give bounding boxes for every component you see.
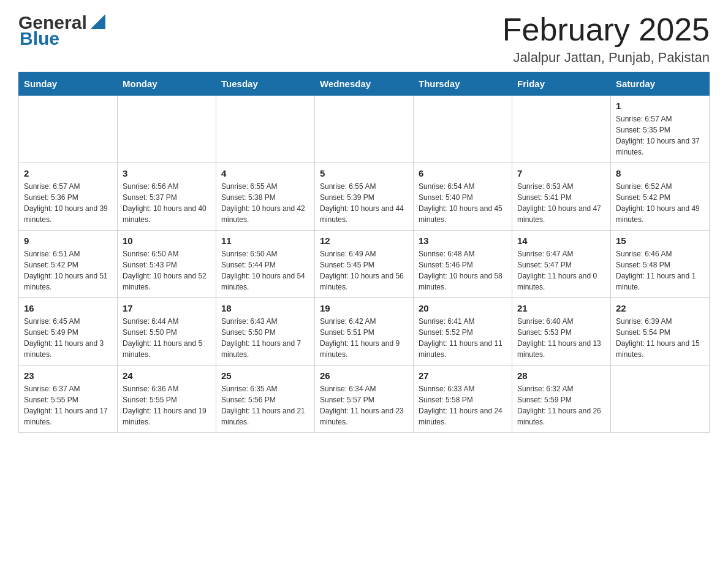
calendar-cell: 3Sunrise: 6:56 AMSunset: 5:37 PMDaylight… (118, 163, 216, 231)
day-number: 21 (517, 303, 605, 313)
day-number: 26 (320, 370, 408, 381)
day-of-week-header: Thursday (414, 72, 512, 96)
day-info: Sunrise: 6:44 AMSunset: 5:50 PMDaylight:… (123, 316, 211, 360)
calendar-cell: 7Sunrise: 6:53 AMSunset: 5:41 PMDaylight… (512, 163, 611, 231)
calendar-cell: 13Sunrise: 6:48 AMSunset: 5:46 PMDayligh… (414, 231, 512, 298)
logo-arrow-icon (88, 12, 108, 31)
logo: General Blue (18, 12, 108, 49)
day-info: Sunrise: 6:43 AMSunset: 5:50 PMDaylight:… (221, 316, 309, 360)
day-number: 4 (221, 168, 309, 178)
calendar-cell: 22Sunrise: 6:39 AMSunset: 5:54 PMDayligh… (611, 298, 710, 366)
calendar-cell: 23Sunrise: 6:37 AMSunset: 5:55 PMDayligh… (19, 366, 118, 433)
day-info: Sunrise: 6:55 AMSunset: 5:38 PMDaylight:… (221, 181, 309, 225)
calendar-cell: 12Sunrise: 6:49 AMSunset: 5:45 PMDayligh… (315, 231, 414, 298)
calendar-cell: 6Sunrise: 6:54 AMSunset: 5:40 PMDaylight… (414, 163, 512, 231)
day-number: 23 (24, 370, 112, 381)
day-number: 19 (320, 303, 408, 313)
day-number: 2 (24, 168, 112, 178)
day-number: 27 (419, 370, 507, 381)
calendar-cell: 15Sunrise: 6:46 AMSunset: 5:48 PMDayligh… (611, 231, 710, 298)
calendar-cell: 20Sunrise: 6:41 AMSunset: 5:52 PMDayligh… (414, 298, 512, 366)
day-info: Sunrise: 6:34 AMSunset: 5:57 PMDaylight:… (320, 383, 408, 427)
calendar-cell: 19Sunrise: 6:42 AMSunset: 5:51 PMDayligh… (315, 298, 414, 366)
calendar-cell: 10Sunrise: 6:50 AMSunset: 5:43 PMDayligh… (118, 231, 216, 298)
calendar-cell: 24Sunrise: 6:36 AMSunset: 5:55 PMDayligh… (118, 366, 216, 433)
day-info: Sunrise: 6:41 AMSunset: 5:52 PMDaylight:… (419, 316, 507, 360)
logo-blue-text: Blue (20, 28, 59, 49)
calendar-cell: 4Sunrise: 6:55 AMSunset: 5:38 PMDaylight… (216, 163, 315, 231)
day-number: 12 (320, 236, 408, 246)
day-number: 1 (616, 101, 704, 111)
day-info: Sunrise: 6:50 AMSunset: 5:44 PMDaylight:… (221, 248, 309, 293)
day-info: Sunrise: 6:37 AMSunset: 5:55 PMDaylight:… (24, 383, 112, 427)
calendar-table: SundayMondayTuesdayWednesdayThursdayFrid… (18, 72, 710, 433)
day-of-week-header: Tuesday (216, 72, 315, 96)
calendar-cell: 28Sunrise: 6:32 AMSunset: 5:59 PMDayligh… (512, 366, 611, 433)
day-of-week-header: Friday (512, 72, 611, 96)
day-info: Sunrise: 6:53 AMSunset: 5:41 PMDaylight:… (517, 181, 605, 225)
calendar-week-row: 9Sunrise: 6:51 AMSunset: 5:42 PMDaylight… (19, 231, 710, 298)
calendar-cell: 21Sunrise: 6:40 AMSunset: 5:53 PMDayligh… (512, 298, 611, 366)
day-info: Sunrise: 6:52 AMSunset: 5:42 PMDaylight:… (616, 181, 704, 225)
calendar-subtitle: Jalalpur Jattan, Punjab, Pakistan (502, 50, 710, 66)
day-number: 24 (123, 370, 211, 381)
day-number: 8 (616, 168, 704, 178)
day-info: Sunrise: 6:47 AMSunset: 5:47 PMDaylight:… (517, 248, 605, 293)
calendar-week-row: 2Sunrise: 6:57 AMSunset: 5:36 PMDaylight… (19, 163, 710, 231)
svg-marker-0 (91, 14, 105, 29)
day-number: 13 (419, 236, 507, 246)
calendar-cell: 27Sunrise: 6:33 AMSunset: 5:58 PMDayligh… (414, 366, 512, 433)
calendar-cell: 2Sunrise: 6:57 AMSunset: 5:36 PMDaylight… (19, 163, 118, 231)
calendar-cell: 1Sunrise: 6:57 AMSunset: 5:35 PMDaylight… (611, 96, 710, 163)
calendar-cell: 9Sunrise: 6:51 AMSunset: 5:42 PMDaylight… (19, 231, 118, 298)
day-number: 22 (616, 303, 704, 313)
day-info: Sunrise: 6:55 AMSunset: 5:39 PMDaylight:… (320, 181, 408, 225)
day-number: 6 (419, 168, 507, 178)
day-number: 11 (221, 236, 309, 246)
day-info: Sunrise: 6:57 AMSunset: 5:35 PMDaylight:… (616, 113, 704, 158)
calendar-cell (118, 96, 216, 163)
calendar-cell (315, 96, 414, 163)
calendar-week-row: 1Sunrise: 6:57 AMSunset: 5:35 PMDaylight… (19, 96, 710, 163)
day-info: Sunrise: 6:45 AMSunset: 5:49 PMDaylight:… (24, 316, 112, 360)
day-info: Sunrise: 6:32 AMSunset: 5:59 PMDaylight:… (517, 383, 605, 427)
day-number: 15 (616, 236, 704, 246)
calendar-cell: 26Sunrise: 6:34 AMSunset: 5:57 PMDayligh… (315, 366, 414, 433)
calendar-header-row: SundayMondayTuesdayWednesdayThursdayFrid… (19, 72, 710, 96)
day-number: 9 (24, 236, 112, 246)
day-number: 14 (517, 236, 605, 246)
day-info: Sunrise: 6:54 AMSunset: 5:40 PMDaylight:… (419, 181, 507, 225)
day-of-week-header: Monday (118, 72, 216, 96)
day-info: Sunrise: 6:49 AMSunset: 5:45 PMDaylight:… (320, 248, 408, 293)
day-info: Sunrise: 6:33 AMSunset: 5:58 PMDaylight:… (419, 383, 507, 427)
calendar-cell (512, 96, 611, 163)
page-header: General Blue February 2025 Jalalpur Jatt… (18, 12, 710, 66)
calendar-cell: 14Sunrise: 6:47 AMSunset: 5:47 PMDayligh… (512, 231, 611, 298)
day-info: Sunrise: 6:42 AMSunset: 5:51 PMDaylight:… (320, 316, 408, 360)
day-info: Sunrise: 6:46 AMSunset: 5:48 PMDaylight:… (616, 248, 704, 293)
day-number: 18 (221, 303, 309, 313)
title-block: February 2025 Jalalpur Jattan, Punjab, P… (502, 12, 710, 66)
day-info: Sunrise: 6:50 AMSunset: 5:43 PMDaylight:… (123, 248, 211, 293)
day-info: Sunrise: 6:39 AMSunset: 5:54 PMDaylight:… (616, 316, 704, 360)
calendar-cell: 5Sunrise: 6:55 AMSunset: 5:39 PMDaylight… (315, 163, 414, 231)
day-info: Sunrise: 6:56 AMSunset: 5:37 PMDaylight:… (123, 181, 211, 225)
calendar-week-row: 16Sunrise: 6:45 AMSunset: 5:49 PMDayligh… (19, 298, 710, 366)
day-number: 28 (517, 370, 605, 381)
calendar-cell (611, 366, 710, 433)
day-info: Sunrise: 6:48 AMSunset: 5:46 PMDaylight:… (419, 248, 507, 293)
day-number: 25 (221, 370, 309, 381)
day-number: 17 (123, 303, 211, 313)
calendar-week-row: 23Sunrise: 6:37 AMSunset: 5:55 PMDayligh… (19, 366, 710, 433)
calendar-cell: 25Sunrise: 6:35 AMSunset: 5:56 PMDayligh… (216, 366, 315, 433)
day-of-week-header: Sunday (19, 72, 118, 96)
day-of-week-header: Wednesday (315, 72, 414, 96)
calendar-cell: 11Sunrise: 6:50 AMSunset: 5:44 PMDayligh… (216, 231, 315, 298)
day-number: 3 (123, 168, 211, 178)
day-number: 10 (123, 236, 211, 246)
day-info: Sunrise: 6:51 AMSunset: 5:42 PMDaylight:… (24, 248, 112, 293)
calendar-cell: 8Sunrise: 6:52 AMSunset: 5:42 PMDaylight… (611, 163, 710, 231)
day-number: 5 (320, 168, 408, 178)
day-number: 16 (24, 303, 112, 313)
day-info: Sunrise: 6:57 AMSunset: 5:36 PMDaylight:… (24, 181, 112, 225)
